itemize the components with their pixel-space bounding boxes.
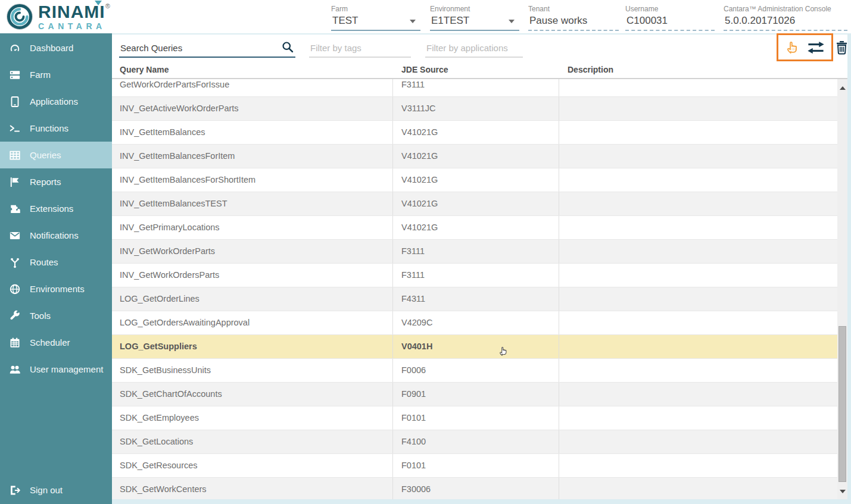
query-name-cell: SDK_GetWorkCenters <box>112 478 392 499</box>
description-cell <box>559 121 837 144</box>
swap-arrows-icon[interactable] <box>806 40 825 55</box>
search-input[interactable]: Search Queries <box>119 39 295 58</box>
table-row[interactable]: INV_GetActiveWorkOrderPartsV3111JC <box>112 97 837 121</box>
table-row[interactable]: SDK_GetResourcesF0101 <box>112 454 837 478</box>
jde-source-cell: V41021G <box>392 192 559 215</box>
sidebar-item-label: Scheduler <box>30 337 70 348</box>
tenant-field: Tenant Pause works <box>528 5 619 31</box>
sidebar-item-applications[interactable]: Applications <box>0 88 112 115</box>
filter-applications-input[interactable]: Filter by applications <box>425 39 523 58</box>
table-row[interactable]: SDK_GetChartOfAccountsF0901 <box>112 383 837 406</box>
sidebar-item-label: Applications <box>30 96 78 107</box>
table-row[interactable]: LOG_GetOrdersAwaitingApprovalV4209C <box>112 311 837 335</box>
people-icon <box>9 364 21 375</box>
gauge-icon <box>9 42 21 54</box>
table-row[interactable]: LOG_GetOrderLinesF4311 <box>112 287 837 311</box>
flag-icon <box>9 176 21 188</box>
jde-source-cell: V3111JC <box>392 97 559 120</box>
jde-source-cell: F4100 <box>392 430 559 453</box>
sidebar-item-extensions[interactable]: Extensions <box>0 195 112 222</box>
table-row[interactable]: SDK_GetWorkCentersF30006 <box>112 478 837 499</box>
exit-icon <box>9 484 21 496</box>
cursor-hand-icon <box>497 344 510 358</box>
vertical-scrollbar[interactable] <box>837 79 847 499</box>
table-row[interactable]: SDK_GetBusinessUnitsF0006 <box>112 359 837 383</box>
sidebar-item-notifications[interactable]: Notifications <box>0 222 112 249</box>
brand-logo: RINAMI® CANTARA <box>6 3 110 30</box>
table-row[interactable]: INV_GetWorkOrderPartsF3111 <box>112 240 837 264</box>
highlighted-action-box <box>777 33 833 61</box>
rinami-logo-icon <box>6 3 33 30</box>
description-cell <box>559 192 837 215</box>
queries-table: GetWorkOrderPartsForIssueF3111INV_GetAct… <box>112 79 837 499</box>
console-version-value: 5.0.0.20171026 <box>725 15 795 26</box>
farm-value: TEST <box>332 15 358 26</box>
table-row[interactable]: INV_GetWorkOrdersPartsF3111 <box>112 264 837 287</box>
sidebar-item-label: Queries <box>30 150 61 160</box>
sidebar-item-scheduler[interactable]: Scheduler <box>0 329 112 356</box>
chevron-down-icon[interactable] <box>509 20 515 23</box>
puzzle-icon <box>9 203 21 215</box>
wrench-icon <box>9 310 21 322</box>
farm-select[interactable]: Farm TEST <box>331 5 420 31</box>
filter-tags-input[interactable]: Filter by tags <box>309 39 411 58</box>
description-cell <box>559 383 837 406</box>
table-row[interactable]: LOG_GetSuppliersV0401H <box>112 335 837 359</box>
description-cell <box>559 145 837 168</box>
column-header-query-name: Query Name <box>120 65 169 74</box>
sidebar-item-label: Routes <box>30 257 58 267</box>
sidebar-item-environments[interactable]: Environments <box>0 276 112 302</box>
filter-applications-placeholder: Filter by applications <box>426 43 508 53</box>
query-name-cell: INV_GetWorkOrderParts <box>112 240 392 263</box>
calendar-icon <box>9 337 21 349</box>
table-row[interactable]: INV_GetItemBalancesForItemV41021G <box>112 145 837 168</box>
console-label: Cantara™ Administration Console <box>724 5 847 13</box>
tenant-label: Tenant <box>528 5 619 13</box>
tablet-icon <box>9 96 21 108</box>
sidebar-item-user-management[interactable]: User management <box>0 356 112 383</box>
table-row[interactable]: INV_GetItemBalancesV41021G <box>112 121 837 145</box>
tenant-value: Pause works <box>529 15 587 26</box>
username-value: C100031 <box>626 15 668 26</box>
brand-caret-icon <box>95 1 102 5</box>
jde-source-cell: V41021G <box>392 145 559 168</box>
sidebar-item-reports[interactable]: Reports <box>0 168 112 195</box>
query-name-cell: LOG_GetSuppliers <box>112 335 392 358</box>
username-field: Username C100031 <box>625 5 715 31</box>
column-header-jde-source: JDE Source <box>401 65 448 74</box>
sidebar-item-label: Notifications <box>30 230 79 240</box>
trash-icon[interactable] <box>835 40 849 55</box>
sidebar-item-sign-out[interactable]: Sign out <box>0 477 112 503</box>
scrollbar-thumb[interactable] <box>838 326 846 482</box>
description-cell <box>559 311 837 334</box>
jde-source-cell: F3111 <box>392 79 559 96</box>
environment-select[interactable]: Environment E1TEST <box>430 5 519 31</box>
table-row[interactable]: GetWorkOrderPartsForIssueF3111 <box>112 79 837 97</box>
query-name-cell: SDK_GetBusinessUnits <box>112 359 392 382</box>
jde-source-cell: F0006 <box>392 359 559 382</box>
jde-source-cell: F4311 <box>392 287 559 311</box>
sidebar-item-farm[interactable]: Farm <box>0 61 112 88</box>
jde-source-cell: F3111 <box>392 240 559 263</box>
envelope-icon <box>9 230 21 242</box>
search-icon[interactable] <box>281 40 294 54</box>
table-row[interactable]: SDK_GetEmployeesF0101 <box>112 406 837 430</box>
table-row[interactable]: INV_GetItemBalancesForShortItemV41021G <box>112 168 837 192</box>
query-name-cell: INV_GetItemBalancesTEST <box>112 192 392 215</box>
sidebar-item-tools[interactable]: Tools <box>0 302 112 329</box>
sidebar-item-functions[interactable]: Functions <box>0 115 112 142</box>
hand-pointer-icon[interactable] <box>784 39 800 55</box>
jde-source-cell: F30006 <box>392 478 559 499</box>
chevron-down-icon[interactable] <box>410 20 416 23</box>
scroll-up-icon[interactable] <box>840 86 846 90</box>
sidebar-item-label: Reports <box>30 177 61 187</box>
table-row[interactable]: INV_GetPrimaryLocationsV41021G <box>112 216 837 240</box>
jde-source-cell: F3111 <box>392 264 559 287</box>
table-row[interactable]: SDK_GetLocationsF4100 <box>112 430 837 454</box>
scroll-down-icon[interactable] <box>840 490 846 493</box>
sidebar-item-routes[interactable]: Routes <box>0 249 112 276</box>
sidebar-item-dashboard[interactable]: Dashboard <box>0 35 112 61</box>
branch-icon <box>9 256 21 268</box>
sidebar-item-queries[interactable]: Queries <box>0 142 112 168</box>
table-row[interactable]: INV_GetItemBalancesTESTV41021G <box>112 192 837 216</box>
